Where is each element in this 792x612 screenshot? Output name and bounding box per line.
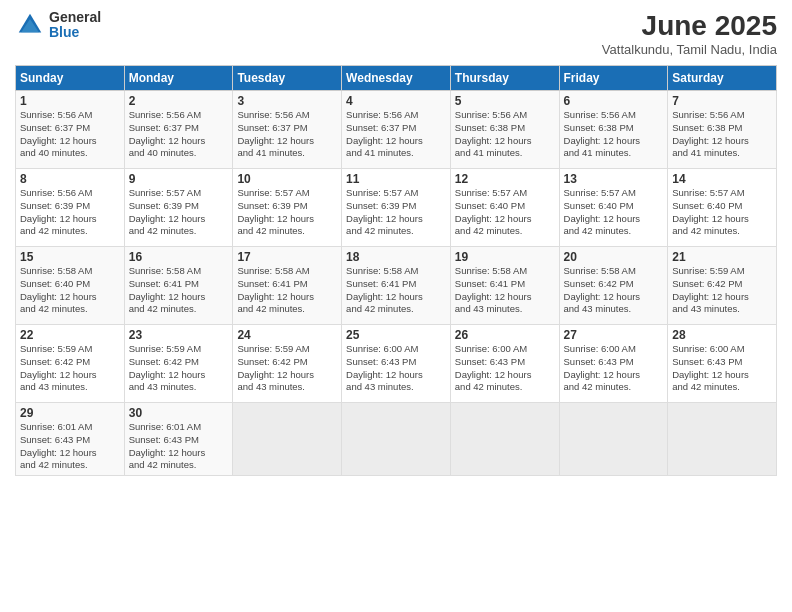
day-info: Sunrise: 5:57 AM Sunset: 6:39 PM Dayligh… (237, 187, 337, 238)
calendar-cell: 5Sunrise: 5:56 AM Sunset: 6:38 PM Daylig… (450, 91, 559, 169)
calendar-cell: 12Sunrise: 5:57 AM Sunset: 6:40 PM Dayli… (450, 169, 559, 247)
calendar-cell (342, 403, 451, 476)
col-header-thursday: Thursday (450, 66, 559, 91)
day-info: Sunrise: 6:01 AM Sunset: 6:43 PM Dayligh… (20, 421, 120, 472)
logo-general: General (49, 10, 101, 25)
day-info: Sunrise: 5:59 AM Sunset: 6:42 PM Dayligh… (20, 343, 120, 394)
calendar-cell: 17Sunrise: 5:58 AM Sunset: 6:41 PM Dayli… (233, 247, 342, 325)
calendar-cell: 19Sunrise: 5:58 AM Sunset: 6:41 PM Dayli… (450, 247, 559, 325)
calendar-week-2: 8Sunrise: 5:56 AM Sunset: 6:39 PM Daylig… (16, 169, 777, 247)
day-number: 9 (129, 172, 229, 186)
logo-text: General Blue (49, 10, 101, 41)
calendar-cell: 7Sunrise: 5:56 AM Sunset: 6:38 PM Daylig… (668, 91, 777, 169)
calendar-cell: 15Sunrise: 5:58 AM Sunset: 6:40 PM Dayli… (16, 247, 125, 325)
day-info: Sunrise: 5:56 AM Sunset: 6:37 PM Dayligh… (20, 109, 120, 160)
calendar-cell: 27Sunrise: 6:00 AM Sunset: 6:43 PM Dayli… (559, 325, 668, 403)
calendar-week-4: 22Sunrise: 5:59 AM Sunset: 6:42 PM Dayli… (16, 325, 777, 403)
day-number: 19 (455, 250, 555, 264)
day-info: Sunrise: 5:56 AM Sunset: 6:39 PM Dayligh… (20, 187, 120, 238)
day-number: 21 (672, 250, 772, 264)
calendar-week-5: 29Sunrise: 6:01 AM Sunset: 6:43 PM Dayli… (16, 403, 777, 476)
calendar-cell: 24Sunrise: 5:59 AM Sunset: 6:42 PM Dayli… (233, 325, 342, 403)
day-number: 3 (237, 94, 337, 108)
calendar-cell: 1Sunrise: 5:56 AM Sunset: 6:37 PM Daylig… (16, 91, 125, 169)
calendar-cell: 28Sunrise: 6:00 AM Sunset: 6:43 PM Dayli… (668, 325, 777, 403)
day-number: 18 (346, 250, 446, 264)
calendar-cell (559, 403, 668, 476)
month-title: June 2025 (602, 10, 777, 42)
day-info: Sunrise: 5:59 AM Sunset: 6:42 PM Dayligh… (237, 343, 337, 394)
day-number: 7 (672, 94, 772, 108)
day-info: Sunrise: 6:00 AM Sunset: 6:43 PM Dayligh… (346, 343, 446, 394)
calendar-cell: 4Sunrise: 5:56 AM Sunset: 6:37 PM Daylig… (342, 91, 451, 169)
day-number: 12 (455, 172, 555, 186)
day-info: Sunrise: 5:58 AM Sunset: 6:41 PM Dayligh… (455, 265, 555, 316)
day-info: Sunrise: 5:57 AM Sunset: 6:40 PM Dayligh… (455, 187, 555, 238)
day-number: 11 (346, 172, 446, 186)
calendar-cell: 30Sunrise: 6:01 AM Sunset: 6:43 PM Dayli… (124, 403, 233, 476)
day-info: Sunrise: 5:58 AM Sunset: 6:40 PM Dayligh… (20, 265, 120, 316)
main-container: General Blue June 2025 Vattalkundu, Tami… (0, 0, 792, 486)
calendar-week-3: 15Sunrise: 5:58 AM Sunset: 6:40 PM Dayli… (16, 247, 777, 325)
calendar-cell: 3Sunrise: 5:56 AM Sunset: 6:37 PM Daylig… (233, 91, 342, 169)
day-number: 13 (564, 172, 664, 186)
calendar-header-row: SundayMondayTuesdayWednesdayThursdayFrid… (16, 66, 777, 91)
day-info: Sunrise: 5:57 AM Sunset: 6:39 PM Dayligh… (346, 187, 446, 238)
day-number: 23 (129, 328, 229, 342)
calendar-cell: 2Sunrise: 5:56 AM Sunset: 6:37 PM Daylig… (124, 91, 233, 169)
day-info: Sunrise: 5:56 AM Sunset: 6:37 PM Dayligh… (237, 109, 337, 160)
day-info: Sunrise: 5:56 AM Sunset: 6:38 PM Dayligh… (564, 109, 664, 160)
calendar-cell: 14Sunrise: 5:57 AM Sunset: 6:40 PM Dayli… (668, 169, 777, 247)
day-number: 20 (564, 250, 664, 264)
calendar-table: SundayMondayTuesdayWednesdayThursdayFrid… (15, 65, 777, 476)
calendar-cell: 23Sunrise: 5:59 AM Sunset: 6:42 PM Dayli… (124, 325, 233, 403)
calendar-cell (450, 403, 559, 476)
col-header-tuesday: Tuesday (233, 66, 342, 91)
day-number: 17 (237, 250, 337, 264)
day-info: Sunrise: 5:56 AM Sunset: 6:37 PM Dayligh… (129, 109, 229, 160)
day-info: Sunrise: 5:56 AM Sunset: 6:37 PM Dayligh… (346, 109, 446, 160)
calendar-cell: 20Sunrise: 5:58 AM Sunset: 6:42 PM Dayli… (559, 247, 668, 325)
day-number: 10 (237, 172, 337, 186)
col-header-wednesday: Wednesday (342, 66, 451, 91)
day-number: 5 (455, 94, 555, 108)
calendar-cell: 21Sunrise: 5:59 AM Sunset: 6:42 PM Dayli… (668, 247, 777, 325)
calendar-cell: 11Sunrise: 5:57 AM Sunset: 6:39 PM Dayli… (342, 169, 451, 247)
day-number: 22 (20, 328, 120, 342)
calendar-cell (668, 403, 777, 476)
day-number: 30 (129, 406, 229, 420)
calendar-cell: 9Sunrise: 5:57 AM Sunset: 6:39 PM Daylig… (124, 169, 233, 247)
day-info: Sunrise: 6:00 AM Sunset: 6:43 PM Dayligh… (672, 343, 772, 394)
col-header-monday: Monday (124, 66, 233, 91)
day-number: 16 (129, 250, 229, 264)
day-number: 29 (20, 406, 120, 420)
day-info: Sunrise: 6:01 AM Sunset: 6:43 PM Dayligh… (129, 421, 229, 472)
calendar-cell: 29Sunrise: 6:01 AM Sunset: 6:43 PM Dayli… (16, 403, 125, 476)
day-number: 24 (237, 328, 337, 342)
day-number: 27 (564, 328, 664, 342)
logo-blue: Blue (49, 25, 101, 40)
calendar-cell: 25Sunrise: 6:00 AM Sunset: 6:43 PM Dayli… (342, 325, 451, 403)
calendar-cell (233, 403, 342, 476)
day-number: 26 (455, 328, 555, 342)
day-number: 2 (129, 94, 229, 108)
calendar-cell: 22Sunrise: 5:59 AM Sunset: 6:42 PM Dayli… (16, 325, 125, 403)
day-info: Sunrise: 5:57 AM Sunset: 6:40 PM Dayligh… (672, 187, 772, 238)
calendar-cell: 16Sunrise: 5:58 AM Sunset: 6:41 PM Dayli… (124, 247, 233, 325)
col-header-friday: Friday (559, 66, 668, 91)
header: General Blue June 2025 Vattalkundu, Tami… (15, 10, 777, 57)
day-info: Sunrise: 5:58 AM Sunset: 6:41 PM Dayligh… (237, 265, 337, 316)
col-header-sunday: Sunday (16, 66, 125, 91)
calendar-week-1: 1Sunrise: 5:56 AM Sunset: 6:37 PM Daylig… (16, 91, 777, 169)
day-number: 8 (20, 172, 120, 186)
day-number: 6 (564, 94, 664, 108)
day-number: 4 (346, 94, 446, 108)
day-info: Sunrise: 5:58 AM Sunset: 6:42 PM Dayligh… (564, 265, 664, 316)
calendar-cell: 26Sunrise: 6:00 AM Sunset: 6:43 PM Dayli… (450, 325, 559, 403)
day-number: 14 (672, 172, 772, 186)
day-info: Sunrise: 5:59 AM Sunset: 6:42 PM Dayligh… (672, 265, 772, 316)
calendar-cell: 8Sunrise: 5:56 AM Sunset: 6:39 PM Daylig… (16, 169, 125, 247)
day-number: 1 (20, 94, 120, 108)
calendar-cell: 6Sunrise: 5:56 AM Sunset: 6:38 PM Daylig… (559, 91, 668, 169)
calendar-cell: 18Sunrise: 5:58 AM Sunset: 6:41 PM Dayli… (342, 247, 451, 325)
